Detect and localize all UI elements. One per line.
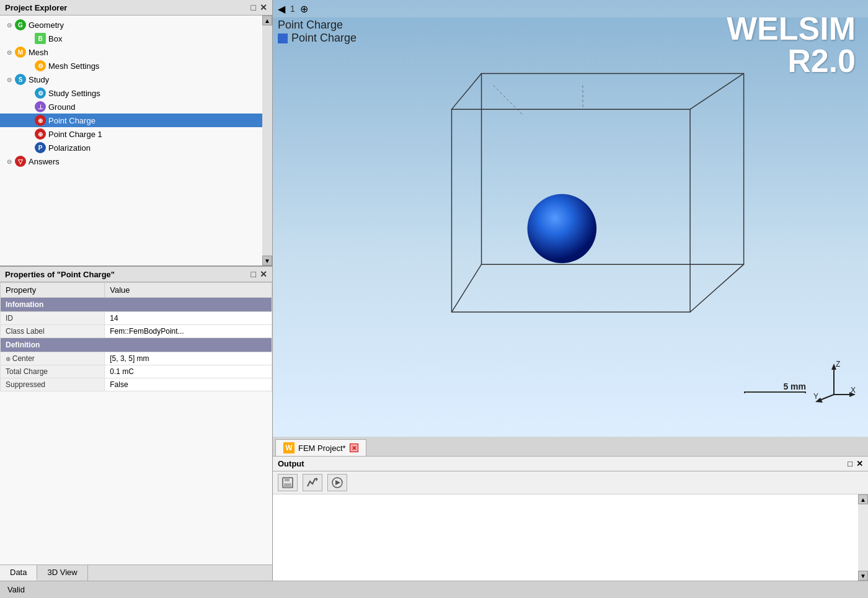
point-charge-sphere [528, 194, 597, 264]
section-definition: Definition [1, 338, 272, 352]
vp-color-square [278, 33, 288, 43]
prop-id-label: ID [1, 312, 105, 325]
geometry-icon: G [15, 19, 26, 30]
answers-icon: ▽ [15, 156, 26, 167]
tree-item-geometry[interactable]: ⊝ G Geometry [0, 18, 262, 32]
point-charge-1-label: Point Charge 1 [48, 130, 102, 139]
status-bar: Valid [0, 581, 868, 598]
close-icon[interactable]: ✕ [260, 2, 267, 12]
tree-item-answers[interactable]: ⊝ ▽ Answers [0, 154, 262, 168]
brand-welsim: WELSIM [727, 12, 856, 45]
status-text: Valid [7, 585, 25, 594]
tree-scrollbar[interactable]: ▲ ▼ [262, 16, 272, 266]
props-close-icon[interactable]: ✕ [260, 269, 267, 279]
output-scroll-up[interactable]: ▲ [858, 494, 868, 504]
prop-row-total-charge: Total Charge 0.1 mC [1, 365, 272, 378]
properties-table-wrapper: Property Value Infomation ID 14 [0, 282, 272, 565]
vp-nav-left[interactable]: ◀ [278, 3, 285, 15]
svg-marker-23 [335, 480, 340, 485]
prop-total-charge-value[interactable]: 0.1 mC [105, 365, 272, 378]
expand-answers[interactable]: ⊝ [5, 157, 14, 166]
prop-suppressed-value[interactable]: False [105, 378, 272, 391]
output-save-btn[interactable] [278, 474, 298, 491]
prop-center-value[interactable]: [5, 3, 5] mm [105, 352, 272, 365]
prop-total-charge-label: Total Charge [1, 365, 105, 378]
ground-icon: ⊥ [35, 101, 46, 112]
scale-bar: 5 mm [744, 382, 806, 393]
output-scroll-down[interactable]: ▼ [858, 571, 868, 581]
vp-move-icon[interactable]: ⊕ [300, 3, 308, 15]
left-panel: Project Explorer □ ✕ ⊝ G Geometry · [0, 0, 273, 581]
tree-item-box[interactable]: · B Box [0, 32, 262, 45]
prop-col-value: Value [105, 283, 272, 298]
mesh-icon: M [15, 47, 26, 58]
prop-class-value[interactable]: Fem::FemBodyPoint... [105, 325, 272, 338]
properties-header: Properties of "Point Charge" □ ✕ [0, 267, 272, 282]
tree-item-study-settings[interactable]: · ⚙ Study Settings [0, 86, 262, 100]
output-play-btn[interactable] [327, 474, 347, 491]
props-restore-icon[interactable]: □ [251, 269, 256, 279]
geometry-label: Geometry [29, 20, 64, 30]
svg-line-4 [451, 264, 481, 312]
vp-tab-number: 1 [290, 4, 295, 14]
tab-close-btn[interactable]: ✕ [350, 444, 358, 452]
ground-label: Ground [48, 102, 75, 112]
prop-center-label: Center [1, 352, 105, 365]
viewport[interactable]: ◀ 1 ⊕ Point Charge Point Charge WELSIM R… [273, 0, 868, 437]
svg-text:Y: Y [813, 392, 818, 401]
expand-geometry[interactable]: ⊝ [5, 20, 14, 29]
properties-panel: Properties of "Point Charge" □ ✕ Propert… [0, 267, 272, 581]
tree-item-study[interactable]: ⊝ S Study [0, 73, 262, 86]
mesh-settings-label: Mesh Settings [48, 61, 99, 71]
prop-id-value[interactable]: 14 [105, 312, 272, 325]
props-header-actions: □ ✕ [251, 269, 267, 279]
tree-item-polarization[interactable]: · P Polarization [0, 141, 262, 154]
output-scrollbar[interactable]: ▲ ▼ [858, 494, 868, 581]
svg-line-5 [690, 264, 744, 312]
tab-data[interactable]: Data [0, 565, 37, 581]
right-area: ◀ 1 ⊕ Point Charge Point Charge WELSIM R… [273, 0, 868, 581]
svg-line-21 [316, 478, 317, 479]
tree-item-point-charge[interactable]: · ⊕ Point Charge [0, 114, 262, 127]
output-restore-icon[interactable]: □ [848, 459, 852, 468]
svg-line-6 [494, 86, 523, 115]
project-explorer-header: Project Explorer □ ✕ [0, 0, 272, 16]
output-header-actions: □ ✕ [848, 459, 863, 468]
tab-fem-project[interactable]: W FEM Project* ✕ [275, 439, 366, 456]
expand-study[interactable]: ⊝ [5, 75, 14, 84]
svg-text:X: X [851, 386, 856, 395]
output-close-icon[interactable]: ✕ [856, 459, 863, 468]
tab-3d-view[interactable]: 3D View [37, 565, 87, 581]
svg-line-3 [690, 73, 744, 109]
output-content-row: ▲ ▼ [273, 494, 868, 581]
viewport-title-area: Point Charge Point Charge [278, 19, 356, 45]
project-explorer-title: Project Explorer [5, 3, 67, 12]
save-icon [281, 476, 294, 489]
svg-marker-0 [482, 73, 744, 264]
expand-mesh[interactable]: ⊝ [5, 48, 14, 56]
prop-row-center: Center [5, 3, 5] mm [1, 352, 272, 365]
output-chart-btn[interactable] [303, 474, 322, 491]
axis-svg: Z X Y [812, 360, 856, 404]
box-wireframe [397, 50, 769, 360]
box-3d-container [397, 50, 769, 362]
tree-item-ground[interactable]: · ⊥ Ground [0, 100, 262, 114]
tree-item-mesh[interactable]: ⊝ M Mesh [0, 45, 262, 59]
tab-bar: W FEM Project* ✕ [273, 437, 868, 457]
properties-title: Properties of "Point Charge" [5, 270, 115, 279]
svg-line-2 [451, 73, 481, 109]
prop-row-class-label: Class Label Fem::FemBodyPoint... [1, 325, 272, 338]
restore-icon[interactable]: □ [251, 2, 256, 12]
svg-rect-19 [284, 483, 291, 488]
tree-scroll-down[interactable]: ▼ [262, 256, 272, 266]
tree-scroll-up[interactable]: ▲ [262, 16, 272, 25]
svg-rect-18 [285, 478, 290, 481]
tree-item-point-charge-1[interactable]: · ⊕ Point Charge 1 [0, 127, 262, 141]
answers-label: Answers [29, 157, 60, 166]
vp-title1: Point Charge [278, 19, 356, 32]
output-panel: Output □ ✕ [273, 457, 868, 581]
point-charge-label: Point Charge [48, 116, 95, 125]
prop-class-label: Class Label [1, 325, 105, 338]
axis-indicator: Z X Y [812, 360, 856, 406]
tree-item-mesh-settings[interactable]: · ⚙ Mesh Settings [0, 59, 262, 73]
